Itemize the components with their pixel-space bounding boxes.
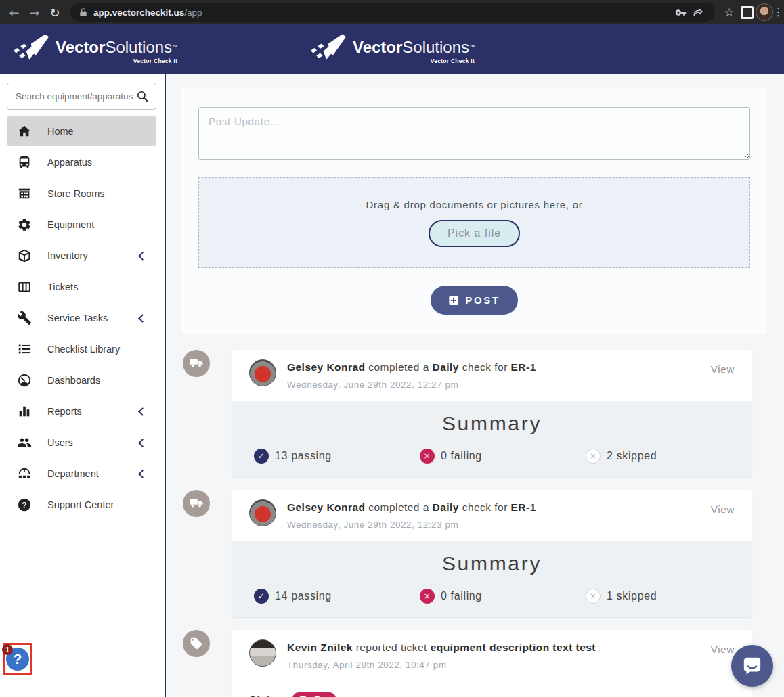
check-circle-icon: ✓ [254, 589, 269, 604]
post-composer-card: Drag & drop documents or pictures here, … [181, 88, 767, 334]
sidebar-item-tickets[interactable]: Tickets [7, 272, 156, 302]
file-dropzone[interactable]: Drag & drop documents or pictures here, … [198, 177, 750, 268]
feed-headline: Kevin Znilek reported ticket equipment d… [287, 642, 596, 654]
sidebar-item-store-rooms[interactable]: Store Rooms [7, 179, 156, 208]
ticket-details: Status:To Do Equipment Name: Smoke detec… [232, 681, 752, 697]
stat-failing: ×0 failing [409, 589, 575, 604]
view-link[interactable]: View [711, 644, 735, 655]
brand-logo: VectorSolutions™ Vector Check It [12, 32, 177, 65]
user-avatar [249, 639, 276, 667]
chat-widget-button[interactable] [731, 645, 773, 687]
sidebar-item-reports[interactable]: Reports [7, 397, 156, 426]
view-link[interactable]: View [711, 503, 735, 515]
chevron-collapsed-icon[interactable] [138, 439, 147, 447]
gear-icon [16, 217, 32, 233]
forward-icon[interactable]: → [24, 2, 45, 22]
people-icon [16, 434, 32, 451]
brand-tagline: Vector Check It [431, 58, 475, 64]
sidebar-item-department[interactable]: Department [7, 459, 156, 489]
check-circle-icon: ✓ [254, 449, 269, 464]
fire-truck-icon [16, 154, 32, 171]
app-header: VectorSolutions™ Vector Check It VectorS… [0, 24, 784, 74]
sidebar-item-support-center[interactable]: ? Support Center [7, 490, 156, 520]
url-path: /app [184, 7, 202, 18]
x-circle-outline-icon: × [586, 589, 601, 604]
svg-text:?: ? [22, 501, 26, 510]
help-widget-icon[interactable]: ? 1 [6, 648, 29, 671]
brand-name: VectorSolutions™ [353, 39, 475, 55]
wrench-icon [16, 310, 32, 326]
post-button[interactable]: POST [431, 286, 518, 315]
sidebar-item-dashboards[interactable]: Dashboards [7, 365, 156, 395]
sidebar-item-service-tasks[interactable]: Service Tasks [7, 303, 156, 333]
ticket-status-row: Status:To Do [249, 692, 735, 697]
stat-skipped: ×1 skipped [575, 589, 741, 604]
stat-passing: ✓13 passing [243, 449, 409, 464]
feed-card: Gelsey Konrad completed a Daily check fo… [232, 490, 752, 617]
feed-item-ticket: Kevin Znilek reported ticket equipment d… [166, 630, 784, 697]
x-circle-icon: × [420, 589, 435, 604]
pick-a-file-button[interactable]: Pick a file [429, 220, 520, 247]
org-chart-icon [16, 466, 32, 482]
brand-name: VectorSolutions™ [56, 39, 177, 55]
star-icon[interactable]: ☆ [720, 3, 738, 21]
gauge-icon [16, 372, 32, 388]
feed-headline: Gelsey Konrad completed a Daily check fo… [287, 501, 536, 514]
fire-truck-avatar [249, 359, 276, 386]
sidebar-item-checklist-library[interactable]: Checklist Library [7, 334, 156, 364]
bar-chart-icon [16, 403, 32, 420]
columns-icon [16, 279, 32, 295]
chevron-collapsed-icon[interactable] [138, 314, 147, 323]
summary-title: Summary [243, 552, 741, 575]
view-link[interactable]: View [711, 363, 735, 375]
vector-check-icon [309, 32, 347, 65]
dropzone-text: Drag & drop documents or pictures here, … [366, 199, 583, 210]
search-box[interactable] [7, 83, 156, 110]
truck-marker-icon [183, 490, 210, 517]
chevron-collapsed-icon[interactable] [138, 470, 147, 478]
reload-icon[interactable]: ↻ [45, 2, 65, 22]
list-icon [16, 341, 32, 357]
summary-title: Summary [243, 412, 741, 435]
key-icon[interactable] [672, 3, 689, 21]
help-icon: ? [16, 497, 32, 513]
chat-bubble-icon [742, 656, 762, 676]
box-icon [16, 248, 32, 264]
feed-card: Kevin Znilek reported ticket equipment d… [232, 630, 752, 697]
menu-dots-icon[interactable]: ⋮ [773, 6, 780, 18]
help-button-highlight[interactable]: ? 1 [3, 643, 32, 675]
brand-tagline: Vector Check It [133, 58, 177, 64]
chevron-collapsed-icon[interactable] [138, 407, 147, 416]
sidebar-item-inventory[interactable]: Inventory [7, 241, 156, 271]
feed-timestamp: Wednesday, June 29th 2022, 12:23 pm [287, 520, 536, 530]
feed-headline: Gelsey Konrad completed a Daily check fo… [287, 361, 536, 374]
sidebar-item-equipment[interactable]: Equipment [7, 210, 156, 240]
post-update-textarea[interactable] [198, 107, 750, 160]
sidebar-item-home[interactable]: Home [7, 116, 156, 146]
x-circle-icon: × [420, 449, 435, 464]
search-icon[interactable] [136, 90, 149, 103]
main-content: Drag & drop documents or pictures here, … [166, 74, 784, 697]
feed-item-check-2: Gelsey Konrad completed a Daily check fo… [166, 490, 784, 617]
search-input[interactable] [14, 91, 136, 102]
sidebar-item-users[interactable]: Users [7, 428, 156, 457]
ticket-marker-icon [183, 630, 210, 657]
share-icon[interactable] [689, 3, 707, 21]
vector-check-icon [12, 32, 50, 65]
chevron-collapsed-icon[interactable] [138, 252, 147, 261]
url-host: app.vectorcheckit.us [93, 7, 184, 18]
fire-truck-avatar [249, 499, 276, 526]
brand-logo-center: VectorSolutions™ Vector Check It [309, 32, 475, 65]
building-icon [16, 185, 32, 202]
browser-avatar[interactable] [756, 3, 773, 21]
truck-marker-icon [183, 350, 210, 377]
address-bar[interactable]: app.vectorcheckit.us/app [70, 3, 715, 22]
check-summary: Summary ✓14 passing ×0 failing ×1 skippe… [232, 541, 752, 617]
back-icon[interactable]: ← [4, 2, 24, 22]
feed-timestamp: Thursday, April 28th 2022, 10:47 pm [287, 660, 596, 670]
browser-toolbar: ← → ↻ app.vectorcheckit.us/app ☆ ⋮ [0, 0, 784, 24]
side-panel-icon[interactable] [738, 3, 756, 21]
sidebar-item-apparatus[interactable]: Apparatus [7, 148, 156, 177]
plus-square-icon [448, 295, 459, 306]
stat-failing: ×0 failing [409, 449, 575, 464]
